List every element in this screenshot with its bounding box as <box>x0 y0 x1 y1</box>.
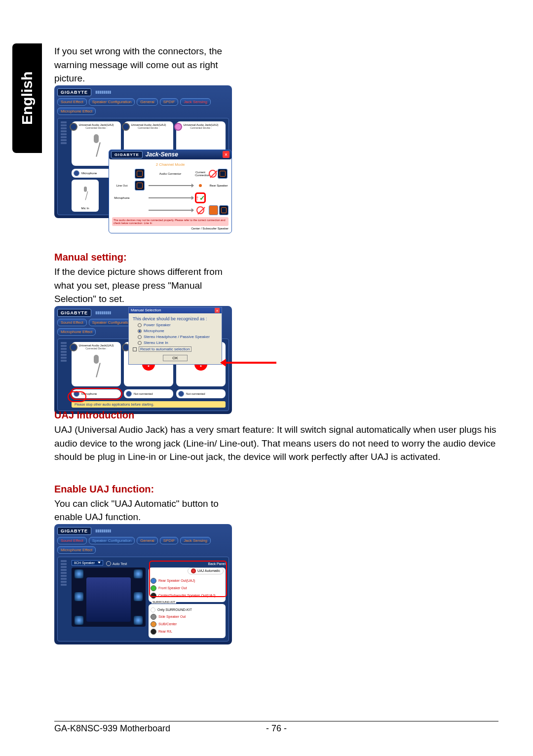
callout-box: ↑✓ <box>195 192 206 203</box>
jack-sense-popup: GIGABYTE Jack-Sense × 2 Channel Mode Aud… <box>109 150 232 233</box>
enable-uaj-heading: Enable UAJ function: <box>54 484 237 495</box>
microphone-icon <box>89 355 104 379</box>
tab-general[interactable]: General <box>137 537 157 544</box>
microphone-icon <box>81 187 90 201</box>
check-icon: ✓ <box>199 194 205 202</box>
jack-dot-black-icon <box>151 629 156 635</box>
section-warning: If you set wrong with the connectors, th… <box>54 44 498 232</box>
tab-spdif[interactable]: SPDIF <box>160 537 179 544</box>
drag-handle-icon: ▮▮▮▮▮▮▮▮ <box>95 310 111 315</box>
panel-titlebar: GIGABYTE ▮▮▮▮▮▮▮▮ <box>57 88 229 96</box>
tab-jack-sensing[interactable]: Jack Sensing <box>180 98 211 106</box>
manual-setting-heading: Manual setting: <box>54 252 237 263</box>
speaker-glow-icon <box>134 616 143 625</box>
checkbox-reset[interactable]: Reset to automatic selection <box>133 346 218 352</box>
radio-icon <box>138 323 142 327</box>
room-illustration <box>72 567 146 627</box>
only-surroundkit-toggle[interactable]: Only SURROUND-KIT <box>151 607 224 612</box>
tab-jack-sensing[interactable]: Jack Sensing <box>180 537 211 544</box>
gigabyte-logo: GIGABYTE <box>57 309 91 317</box>
col-current-connection: Current Connection <box>195 171 206 177</box>
row-label-lineout: Line Out <box>112 184 132 187</box>
tab-sound-effect[interactable]: Sound Effect <box>57 537 87 544</box>
eq-sidebar <box>61 560 67 638</box>
tab-spdif[interactable]: SPDIF <box>160 98 179 106</box>
footer-model: GA-K8NSC-939 Motherboard <box>54 723 170 734</box>
enable-uaj-text-col: Enable UAJ function: You can click "UAJ … <box>54 484 237 524</box>
jack-title: Universal Audio Jack(UAJ) <box>178 123 224 126</box>
figure-speaker-config-panel: GIGABYTE ▮▮▮▮▮▮▮▮ Sound Effect Speaker C… <box>54 524 232 644</box>
radio-microphone[interactable]: Microphone <box>138 329 218 333</box>
tab-mic-effect[interactable]: Microphone Effect <box>57 546 96 554</box>
uaj-intro-heading: UAJ Introduction <box>54 410 498 421</box>
jack-label: Rear R/L <box>158 630 172 633</box>
popup-warning-text: The audio devices may not be connected p… <box>112 217 228 226</box>
panel-titlebar: GIGABYTE ▮▮▮▮▮▮▮▮ <box>57 527 229 535</box>
radio-icon <box>138 341 142 345</box>
status-label: Microphone <box>81 172 97 175</box>
speaker-icon <box>209 205 218 215</box>
page-footer: GA-K8NSC-939 Motherboard - 76 - <box>54 721 498 734</box>
dropdown-value: 8CH Speaker <box>74 561 95 565</box>
warning-strip: Please stop other audio applications bef… <box>72 401 226 408</box>
enable-uaj-text: You can click "UAJ Automatic" button to … <box>54 497 237 524</box>
arrow-up-icon: ↑ <box>196 194 199 202</box>
jack-label: Side Speaker Out <box>158 615 186 618</box>
section-warning-text-col: If you set wrong with the connectors, th… <box>54 44 237 85</box>
tab-speaker-config[interactable]: Speaker Configuration <box>89 537 135 544</box>
mic-in-card: Mic In <box>72 180 99 212</box>
jack-line-subcenter: SUB/Center <box>151 621 224 627</box>
radio-line-in[interactable]: Stereo Line In <box>138 340 218 345</box>
jack-sub: Connected Device : <box>74 126 119 129</box>
speaker-dropdown[interactable]: 8CH Speaker <box>72 560 103 566</box>
tab-sound-effect[interactable]: Sound Effect <box>57 98 87 106</box>
jack-title: Universal Audio Jack(UAJ) <box>126 123 171 126</box>
close-icon[interactable]: × <box>215 308 220 313</box>
close-icon[interactable]: × <box>223 151 229 158</box>
jack-dot-orange-icon <box>151 621 156 627</box>
speaker-glow-icon <box>75 592 83 601</box>
tab-speaker-config[interactable]: Speaker Configuration <box>89 98 135 106</box>
chevron-down-icon <box>98 562 101 564</box>
jack-sub: Connected Device : <box>74 347 119 350</box>
section-warning-text: If you set wrong with the connectors, th… <box>54 44 237 85</box>
channel-mode-label: 2 Channel Mode <box>112 162 228 167</box>
popup-titlebar: GIGABYTE Jack-Sense × <box>109 150 231 159</box>
figure-jack-sense-panel: GIGABYTE ▮▮▮▮▮▮▮▮ Sound Effect Speaker C… <box>54 85 232 218</box>
eq-sidebar <box>61 121 67 212</box>
col-audio-connector: Audio Connector <box>149 172 192 175</box>
speaker-glow-icon <box>75 569 83 578</box>
arrow-icon <box>149 197 192 198</box>
tab-general[interactable]: General <box>137 98 157 106</box>
speaker-icon <box>219 205 228 215</box>
jack-line-rearrl: Rear R/L <box>151 629 224 635</box>
connection-dot-icon <box>199 184 202 187</box>
arrow-icon <box>149 210 192 211</box>
drag-handle-icon: ▮▮▮▮▮▮▮▮ <box>95 529 111 533</box>
dialog-body: This device should be recognized as : Po… <box>129 313 222 364</box>
speaker-icon <box>135 169 145 179</box>
jack-icon <box>70 123 77 131</box>
jack-title: Universal Audio Jack(UAJ) <box>74 344 119 347</box>
popup-title-text: Jack-Sense <box>146 151 178 158</box>
tab-mic-effect[interactable]: Microphone Effect <box>57 328 96 336</box>
ok-button[interactable]: OK <box>163 355 188 361</box>
jack-icon <box>70 343 77 351</box>
section-manual-setting: Manual setting: If the device picture sh… <box>54 252 498 390</box>
red-circle-callout <box>68 391 86 402</box>
radio-power-speaker[interactable]: Power Speaker <box>138 323 218 327</box>
radio-headphone[interactable]: Stereo Headphone / Passive Speaker <box>138 335 218 339</box>
section-enable-uaj: Enable UAJ function: You can click "UAJ … <box>54 484 498 627</box>
status-notconnected: Not connected <box>124 389 173 398</box>
drag-handle-icon: ▮▮▮▮▮▮▮▮ <box>95 90 111 94</box>
toggle-label: Only SURROUND-KIT <box>157 608 192 611</box>
tab-sound-effect[interactable]: Sound Effect <box>57 319 87 326</box>
jack-label: SUB/Center <box>158 622 177 626</box>
dialog-title: Manual Selection <box>131 308 161 313</box>
red-box-callout <box>149 561 227 597</box>
auto-test-toggle[interactable]: Auto Test <box>106 561 127 566</box>
dialog-titlebar: Manual Selection × <box>129 307 222 313</box>
status-label: Not connected <box>134 392 153 395</box>
tab-mic-effect[interactable]: Microphone Effect <box>57 108 96 115</box>
radio-icon-selected <box>138 329 142 333</box>
